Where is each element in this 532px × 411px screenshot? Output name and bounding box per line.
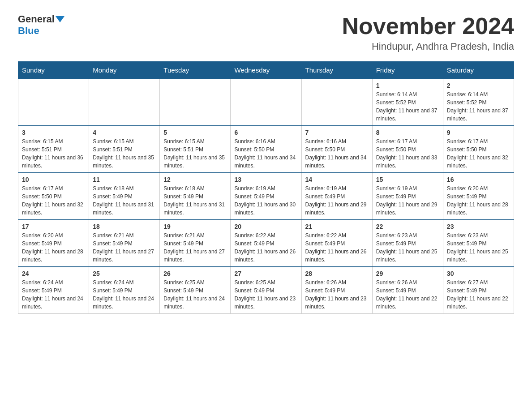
calendar-cell: 13 Sunrise: 6:19 AM Sunset: 5:49 PM Dayl… [231, 173, 301, 220]
day-sunrise: Sunrise: 6:25 AM [163, 279, 204, 286]
day-sunset: Sunset: 5:52 PM [447, 99, 487, 106]
day-sunset: Sunset: 5:50 PM [234, 146, 274, 153]
day-sunset: Sunset: 5:50 PM [376, 146, 416, 153]
calendar-cell: 7 Sunrise: 6:16 AM Sunset: 5:50 PM Dayli… [301, 126, 372, 173]
day-sunset: Sunset: 5:51 PM [93, 146, 133, 153]
day-daylight: Daylight: 11 hours and 28 minutes. [447, 201, 508, 216]
day-daylight: Daylight: 11 hours and 27 minutes. [93, 248, 154, 263]
day-sunset: Sunset: 5:49 PM [305, 240, 345, 247]
calendar-week-row: 24 Sunrise: 6:24 AM Sunset: 5:49 PM Dayl… [18, 267, 514, 314]
day-sunrise: Sunrise: 6:23 AM [376, 232, 417, 239]
day-daylight: Daylight: 11 hours and 29 minutes. [305, 201, 367, 216]
day-number: 2 [447, 82, 510, 89]
day-sunrise: Sunrise: 6:21 AM [163, 232, 204, 239]
day-sunrise: Sunrise: 6:18 AM [93, 185, 133, 192]
day-daylight: Daylight: 11 hours and 37 minutes. [376, 107, 438, 122]
calendar-cell: 12 Sunrise: 6:18 AM Sunset: 5:49 PM Dayl… [160, 173, 231, 220]
day-daylight: Daylight: 11 hours and 26 minutes. [234, 248, 296, 263]
day-sunrise: Sunrise: 6:20 AM [447, 185, 488, 192]
day-sunrise: Sunrise: 6:15 AM [22, 138, 63, 145]
day-sunrise: Sunrise: 6:23 AM [447, 232, 488, 239]
calendar-cell: 2 Sunrise: 6:14 AM Sunset: 5:52 PM Dayli… [443, 79, 514, 126]
calendar-cell: 5 Sunrise: 6:15 AM Sunset: 5:51 PM Dayli… [160, 126, 231, 173]
day-daylight: Daylight: 11 hours and 35 minutes. [93, 154, 154, 169]
calendar-cell: 9 Sunrise: 6:17 AM Sunset: 5:50 PM Dayli… [443, 126, 514, 173]
day-sunset: Sunset: 5:49 PM [234, 240, 274, 247]
day-daylight: Daylight: 11 hours and 31 minutes. [163, 201, 225, 216]
day-sunrise: Sunrise: 6:21 AM [93, 232, 133, 239]
day-daylight: Daylight: 11 hours and 24 minutes. [93, 295, 154, 310]
day-daylight: Daylight: 11 hours and 26 minutes. [305, 248, 367, 263]
calendar-cell: 11 Sunrise: 6:18 AM Sunset: 5:49 PM Dayl… [89, 173, 160, 220]
calendar-cell: 4 Sunrise: 6:15 AM Sunset: 5:51 PM Dayli… [89, 126, 160, 173]
day-daylight: Daylight: 11 hours and 37 minutes. [447, 107, 508, 122]
day-sunset: Sunset: 5:49 PM [93, 240, 133, 247]
day-number: 1 [376, 82, 439, 89]
calendar-day-header: Friday [372, 62, 443, 79]
day-sunrise: Sunrise: 6:19 AM [376, 185, 417, 192]
calendar-cell [89, 79, 160, 126]
day-sunrise: Sunrise: 6:15 AM [163, 138, 204, 145]
calendar-cell: 17 Sunrise: 6:20 AM Sunset: 5:49 PM Dayl… [18, 220, 89, 267]
day-sunset: Sunset: 5:52 PM [376, 99, 416, 106]
day-number: 19 [163, 223, 227, 230]
day-sunset: Sunset: 5:50 PM [22, 193, 62, 200]
day-sunset: Sunset: 5:49 PM [234, 193, 274, 200]
calendar-cell: 30 Sunrise: 6:27 AM Sunset: 5:49 PM Dayl… [443, 267, 514, 314]
calendar-cell: 27 Sunrise: 6:25 AM Sunset: 5:49 PM Dayl… [231, 267, 301, 314]
day-number: 25 [93, 270, 156, 277]
day-sunset: Sunset: 5:50 PM [305, 146, 345, 153]
day-sunrise: Sunrise: 6:17 AM [447, 138, 488, 145]
day-number: 17 [22, 223, 85, 230]
day-number: 12 [163, 176, 227, 183]
day-daylight: Daylight: 11 hours and 32 minutes. [22, 201, 83, 216]
day-number: 24 [22, 270, 85, 277]
calendar-week-row: 1 Sunrise: 6:14 AM Sunset: 5:52 PM Dayli… [18, 79, 514, 126]
day-sunset: Sunset: 5:49 PM [376, 193, 416, 200]
calendar-cell: 29 Sunrise: 6:26 AM Sunset: 5:49 PM Dayl… [372, 267, 443, 314]
day-daylight: Daylight: 11 hours and 25 minutes. [376, 248, 438, 263]
day-number: 3 [22, 129, 85, 136]
calendar-cell: 14 Sunrise: 6:19 AM Sunset: 5:49 PM Dayl… [301, 173, 372, 220]
day-sunrise: Sunrise: 6:27 AM [447, 279, 488, 286]
day-sunrise: Sunrise: 6:26 AM [376, 279, 417, 286]
day-sunset: Sunset: 5:49 PM [447, 193, 487, 200]
day-number: 5 [163, 129, 227, 136]
calendar-cell: 18 Sunrise: 6:21 AM Sunset: 5:49 PM Dayl… [89, 220, 160, 267]
location-title: Hindupur, Andhra Pradesh, India [342, 41, 514, 52]
day-daylight: Daylight: 11 hours and 35 minutes. [163, 154, 225, 169]
logo-general: General [18, 13, 55, 25]
day-daylight: Daylight: 11 hours and 30 minutes. [234, 201, 296, 216]
calendar-cell: 16 Sunrise: 6:20 AM Sunset: 5:49 PM Dayl… [443, 173, 514, 220]
day-sunset: Sunset: 5:49 PM [305, 193, 345, 200]
day-daylight: Daylight: 11 hours and 31 minutes. [93, 201, 154, 216]
day-number: 23 [447, 223, 510, 230]
day-number: 4 [93, 129, 156, 136]
day-number: 15 [376, 176, 439, 183]
calendar-header-row: SundayMondayTuesdayWednesdayThursdayFrid… [18, 62, 514, 79]
calendar-week-row: 10 Sunrise: 6:17 AM Sunset: 5:50 PM Dayl… [18, 173, 514, 220]
day-sunset: Sunset: 5:49 PM [163, 240, 203, 247]
day-daylight: Daylight: 11 hours and 22 minutes. [447, 295, 508, 310]
calendar-cell: 8 Sunrise: 6:17 AM Sunset: 5:50 PM Dayli… [372, 126, 443, 173]
day-number: 26 [163, 270, 227, 277]
day-sunrise: Sunrise: 6:17 AM [376, 138, 417, 145]
day-sunrise: Sunrise: 6:19 AM [234, 185, 275, 192]
day-daylight: Daylight: 11 hours and 34 minutes. [305, 154, 367, 169]
day-sunset: Sunset: 5:49 PM [305, 287, 345, 294]
day-sunrise: Sunrise: 6:18 AM [163, 185, 204, 192]
calendar-day-header: Monday [89, 62, 160, 79]
day-sunset: Sunset: 5:49 PM [163, 287, 203, 294]
calendar-cell: 6 Sunrise: 6:16 AM Sunset: 5:50 PM Dayli… [231, 126, 301, 173]
day-daylight: Daylight: 11 hours and 23 minutes. [305, 295, 367, 310]
day-sunrise: Sunrise: 6:24 AM [93, 279, 133, 286]
day-daylight: Daylight: 11 hours and 36 minutes. [22, 154, 83, 169]
day-number: 20 [234, 223, 297, 230]
calendar-cell: 15 Sunrise: 6:19 AM Sunset: 5:49 PM Dayl… [372, 173, 443, 220]
day-daylight: Daylight: 11 hours and 27 minutes. [163, 248, 225, 263]
page-header: General Blue November 2024 Hindupur, And… [18, 13, 514, 52]
calendar-cell: 22 Sunrise: 6:23 AM Sunset: 5:49 PM Dayl… [372, 220, 443, 267]
day-sunset: Sunset: 5:49 PM [447, 240, 487, 247]
day-number: 8 [376, 129, 439, 136]
calendar-day-header: Wednesday [231, 62, 301, 79]
